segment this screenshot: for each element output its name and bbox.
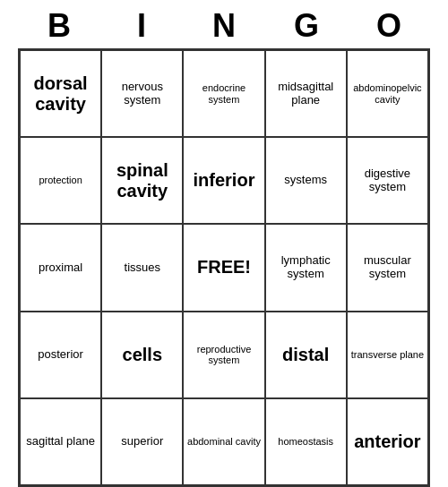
bingo-cell: muscular system [347, 224, 428, 311]
cell-text: midsagittal plane [269, 81, 343, 107]
cell-text: posterior [23, 348, 98, 362]
bingo-cell: posterior [20, 312, 101, 398]
cell-text: protection [23, 175, 98, 186]
cell-text: reproductive system [186, 344, 261, 366]
bingo-title: BINGO [18, 0, 430, 48]
bingo-cell: endocrine system [183, 50, 264, 137]
cell-text: muscular system [350, 254, 425, 281]
bingo-cell: sagittal plane [20, 398, 101, 485]
bingo-letter: B [20, 7, 99, 45]
bingo-cell: protection [20, 137, 101, 224]
bingo-cell: dorsal cavity [20, 50, 101, 137]
cell-text: superior [105, 435, 179, 449]
bingo-letter: O [349, 7, 428, 45]
cell-text: distal [269, 345, 343, 365]
bingo-cell: lymphatic system [265, 224, 347, 311]
bingo-cell: distal [265, 312, 347, 398]
bingo-cell: abdominopelvic cavity [347, 50, 428, 137]
cell-text: digestive system [350, 167, 425, 194]
cell-text: cells [105, 345, 179, 365]
cell-text: lymphatic system [269, 254, 343, 281]
cell-text: homeostasis [269, 436, 343, 448]
bingo-cell: inferior [183, 137, 264, 224]
cell-text: anterior [350, 431, 425, 452]
cell-text: systems [269, 174, 343, 187]
bingo-cell: anterior [347, 398, 428, 485]
cell-text: sagittal plane [23, 435, 98, 449]
bingo-letter: G [267, 7, 346, 45]
cell-text: inferior [186, 170, 261, 191]
bingo-cell: systems [265, 137, 347, 224]
bingo-cell: transverse plane [347, 312, 428, 398]
cell-text: dorsal cavity [23, 73, 98, 115]
bingo-cell: FREE! [183, 224, 264, 311]
bingo-cell: homeostasis [265, 398, 347, 485]
cell-text: endocrine system [186, 82, 261, 105]
cell-text: abdominopelvic cavity [350, 82, 425, 105]
cell-text: abdominal cavity [186, 436, 261, 448]
cell-text: spinal cavity [105, 160, 179, 201]
cell-text: nervous system [105, 81, 179, 107]
bingo-cell: reproductive system [183, 312, 264, 398]
bingo-cell: nervous system [101, 50, 183, 137]
bingo-cell: cells [101, 312, 183, 398]
cell-text: proximal [23, 261, 98, 275]
bingo-letter: N [185, 7, 263, 45]
bingo-cell: abdominal cavity [183, 398, 264, 485]
bingo-cell: midsagittal plane [265, 50, 347, 137]
bingo-cell: superior [101, 398, 183, 485]
bingo-cell: tissues [101, 224, 183, 311]
bingo-cell: proximal [20, 224, 101, 311]
cell-text: tissues [105, 261, 179, 275]
bingo-grid: dorsal cavitynervous systemendocrine sys… [18, 48, 430, 487]
cell-text: FREE! [186, 257, 261, 278]
bingo-cell: spinal cavity [101, 137, 183, 224]
cell-text: transverse plane [350, 349, 425, 361]
bingo-letter: I [102, 7, 181, 45]
bingo-cell: digestive system [347, 137, 428, 224]
